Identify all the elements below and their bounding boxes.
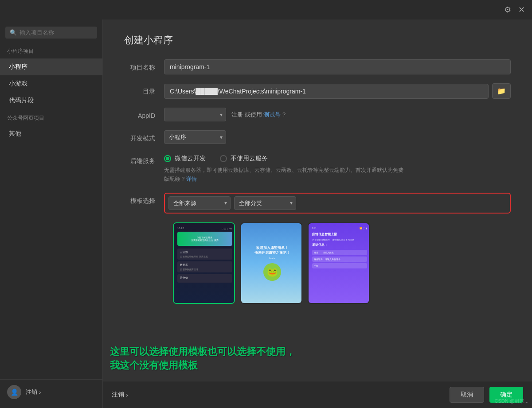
project-name-row: 项目名称 [124,59,511,74]
avatar: 👤 [7,385,21,399]
card1-item-yunchuan: 云函数 云 发展起即效开始 美秀上起 [177,249,232,260]
appid-select-wrapper [164,108,226,121]
form-container: 创建小程序 项目名称 目录 📁 AppID [103,19,532,381]
nocloud-radio-circle [220,155,227,162]
appid-control: 注册 或使用 测试号 ? [164,108,511,121]
browse-folder-button[interactable]: 📁 [492,83,511,99]
card1-item-db: 数据库 云 获取数据库行活 [177,261,232,272]
card3-time: 9:41 [312,227,317,229]
cloud-option-label: 微信云开发 [175,155,206,163]
card1-status: □ ⊙ 77% [222,227,232,230]
appid-links: 注册 或使用 测试号 ? [231,111,286,119]
testid-link[interactable]: 测试号 [263,111,281,118]
backend-cloud-option[interactable]: 微信云开发 [164,155,206,163]
card3-field-phone: 手机 [312,263,367,268]
settings-icon[interactable]: ⚙ [504,5,511,15]
card3-field-phone-label: 手机 [314,264,318,267]
backend-nocloud-option[interactable]: 不使用云服务 [220,155,268,163]
card1-header: 15:28 □ ⊙ 77% [177,227,232,230]
category-filter-wrapper: 全部分类 社交 工具 教育 [234,196,296,210]
appid-select[interactable] [164,108,226,121]
card1-item-title2: 数据库 [180,263,230,267]
template-thumb-welcome: 欢迎加入愿望清单！快来开启愿望之旅吧！ Lovie 🐸 [241,223,302,303]
card3-form-title: 基础信息： [312,243,367,247]
source-filter-wrapper: 全部来源 官方模板 我的模板 [168,196,231,210]
devmode-row: 开发模式 小程序 小游戏 [124,130,511,144]
cloud-radio-circle [164,155,171,162]
appid-help-icon[interactable]: ? [282,111,286,118]
template-thumb-form: 9:41 📶 ⬚ ▮ 疫情信息智能上报 为了做好疫情防控，请你如实填写下列信息 … [309,223,370,303]
sidebar-item-miniprogram[interactable]: 小程序 [0,58,102,75]
section1-label: 小程序项目 [0,46,102,58]
card3-header: 9:41 📶 ⬚ ▮ [312,227,367,229]
logout-button[interactable]: 注销 › [26,388,41,396]
card1-banner: 体验了解云开发免费搭建稳定高效全台 美秀 [177,232,232,246]
source-filter-select[interactable]: 全部来源 官方模板 我的模板 [168,196,231,210]
appid-label: AppID [124,108,164,119]
backend-label: 后端服务 [124,153,164,165]
card1-item-title3: 云存储 [180,276,230,280]
card3-field-id-label: 身份证号 请输入身份证号 [314,258,340,260]
template-control: 全部来源 官方模板 我的模板 全部分类 社交 工具 教育 [164,193,511,214]
cancel-button[interactable]: 取消 [450,387,484,403]
sidebar-item-other[interactable]: 其他 [0,125,102,142]
directory-row: 目录 📁 [124,83,511,99]
template-label: 模板选择 [124,193,164,205]
backend-radio-group: 微信云开发 不使用云服务 [164,153,511,163]
card3-app-title: 疫情信息智能上报 [312,232,367,237]
directory-control: 📁 [164,83,511,99]
templates-grid: 15:28 □ ⊙ 77% 体验了解云开发免费搭建稳定高效全台 美秀 云函数 云… [173,222,511,307]
cloud-help-icon[interactable]: ? [181,175,184,182]
content-area: 这里可以选择使用模板也可以选择不使用， 我这个没有使用模板 创建小程序 项目名称… [103,19,532,408]
card1-item-title1: 云函数 [180,250,230,254]
card2-mascot: 🐸 [263,263,281,281]
directory-input[interactable] [164,84,489,99]
main-layout: 🔍 小程序项目 小程序 小游戏 代码片段 公众号网页项目 其他 👤 注销 › 这… [0,19,532,408]
template-filter-wrapper: 全部来源 官方模板 我的模板 全部分类 社交 工具 教育 [164,193,511,214]
template-thumb-cloud: 15:28 □ ⊙ 77% 体验了解云开发免费搭建稳定高效全台 美秀 云函数 云… [174,223,235,303]
backend-control: 微信云开发 不使用云服务 无需搭建服务器，即可使用云数据库、云存储、云函数、云托… [164,153,511,184]
cloud-desc-text: 无需搭建服务器，即可使用云数据库、云存储、云函数、云托管等完整云端能力。首次开通… [164,167,403,182]
sidebar-item-snippet[interactable]: 代码片段 [0,92,102,109]
sidebar-bottom: 👤 注销 › [0,379,102,404]
backend-row: 后端服务 微信云开发 不使用云服务 无需搭建服务器，即可使用云数据库、云 [124,153,511,184]
appid-or-label: 或使用 [245,111,262,118]
card1-time: 15:28 [177,227,184,230]
category-filter-select[interactable]: 全部分类 社交 工具 教育 [234,196,296,210]
sidebar-item-minigame[interactable]: 小游戏 [0,75,102,92]
sidebar: 🔍 小程序项目 小程序 小游戏 代码片段 公众号网页项目 其他 👤 注销 › [0,19,103,408]
template-card-cloud[interactable]: 15:28 □ ⊙ 77% 体验了解云开发免费搭建稳定高效全台 美秀 云函数 云… [173,222,235,304]
project-name-input[interactable] [164,59,511,74]
search-box[interactable]: 🔍 [5,27,97,39]
project-name-control [164,59,511,74]
card3-app-sub: 为了做好疫情防控，请你如实填写下列信息 [312,238,367,241]
close-icon[interactable]: ✕ [518,5,525,15]
templates-grid-container: 15:28 □ ⊙ 77% 体验了解云开发免费搭建稳定高效全台 美秀 云函数 云… [124,222,511,307]
template-row: 模板选择 全部来源 官方模板 我的模板 全部分类 [124,193,511,214]
card2-sub: Lovie [269,257,275,260]
search-input[interactable] [20,29,93,36]
nocloud-option-label: 不使用云服务 [231,155,268,163]
card1-item-sub2: 云 获取数据库行活 [180,268,230,271]
card1-item-storage: 云存储 [177,274,232,283]
devmode-select-wrapper: 小程序 小游戏 [164,130,226,144]
cloud-detail-link[interactable]: 详情 [186,176,197,182]
logout-arrow-icon: › [39,389,41,396]
devmode-control: 小程序 小游戏 [164,130,511,144]
card1-background: 15:28 □ ⊙ 77% 体验了解云开发免费搭建稳定高效全台 美秀 云函数 云… [174,223,235,303]
cloud-description: 无需搭建服务器，即可使用云数据库、云存储、云函数、云托管等完整云端能力。首次开通… [164,166,403,184]
confirm-button[interactable]: 确定 [489,387,523,403]
register-link[interactable]: 注册 [231,111,243,118]
template-card-form[interactable]: 9:41 📶 ⬚ ▮ 疫情信息智能上报 为了做好疫情防控，请你如实填写下列信息 … [308,222,370,304]
devmode-label: 开发模式 [124,130,164,143]
card3-status: 📶 ⬚ ▮ [360,227,367,229]
card3-field-name-label: 姓名 请输入姓名 [314,251,334,254]
bottom-bar: 注销 › 取消 确定 [103,381,532,408]
template-card-welcome[interactable]: 欢迎加入愿望清单！快来开启愿望之旅吧！ Lovie 🐸 [240,222,302,304]
card1-item-sub1: 云 发展起即效开始 美秀上起 [180,255,230,258]
section2-label: 公众号网页项目 [0,109,102,125]
logout-bottom-button[interactable]: 注销 › [112,391,128,399]
directory-label: 目录 [124,83,164,96]
card3-background: 9:41 📶 ⬚ ▮ 疫情信息智能上报 为了做好疫情防控，请你如实填写下列信息 … [309,223,370,303]
devmode-select[interactable]: 小程序 小游戏 [164,130,226,144]
